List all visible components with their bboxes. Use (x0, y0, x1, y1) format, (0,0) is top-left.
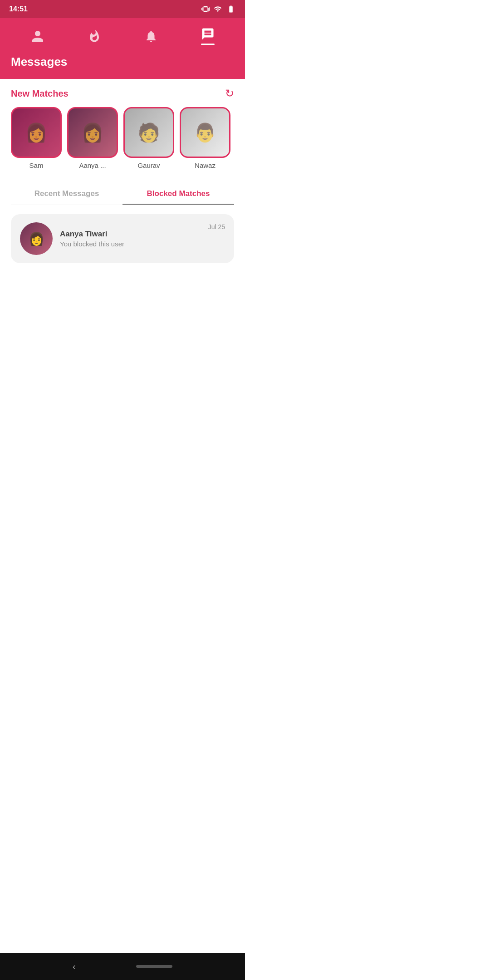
battery-icon (226, 5, 236, 13)
match-name-nawaz: Nawaz (195, 162, 216, 169)
nav-profile[interactable] (24, 27, 52, 46)
match-item-aanya[interactable]: 👩 Aanya ... (67, 107, 118, 169)
matches-row: 👩 Sam 👩 Aanya ... 🧑 Gaurav 👨 Nawaz (11, 107, 234, 169)
vibrate-icon (201, 5, 210, 13)
wifi-icon (213, 5, 222, 13)
nav-discover[interactable] (80, 27, 108, 46)
blocked-user-avatar: 👩 (20, 222, 53, 255)
blocked-user-name: Aanya Tiwari (60, 230, 201, 239)
nav-messages[interactable] (194, 24, 222, 48)
chat-nav-icon (201, 27, 215, 41)
match-avatar-gaurav: 🧑 (123, 107, 174, 158)
match-avatar-aanya: 👩 (67, 107, 118, 158)
main-content: New Matches ↻ 👩 Sam 👩 Aanya ... 🧑 Gaurav… (0, 79, 245, 272)
blocked-user-info: Aanya Tiwari You blocked this user (60, 230, 201, 248)
tab-blocked-matches[interactable]: Blocked Matches (122, 184, 234, 205)
header: Messages (0, 51, 245, 79)
nav-notifications[interactable] (137, 27, 165, 46)
nav-active-indicator (201, 44, 215, 45)
fire-nav-icon (88, 29, 101, 43)
match-name-aanya: Aanya ... (79, 162, 106, 169)
blocked-user-status: You blocked this user (60, 240, 201, 248)
blocked-match-card[interactable]: 👩 Aanya Tiwari You blocked this user Jul… (11, 214, 234, 263)
match-avatar-sam: 👩 (11, 107, 62, 158)
bell-nav-icon (144, 29, 158, 43)
status-time: 14:51 (9, 5, 28, 13)
match-name-sam: Sam (29, 162, 44, 169)
match-avatar-nawaz: 👨 (180, 107, 230, 158)
match-name-gaurav: Gaurav (137, 162, 160, 169)
status-icons (201, 5, 236, 13)
blocked-date: Jul 25 (208, 223, 225, 230)
status-bar: 14:51 (0, 0, 245, 18)
new-matches-header: New Matches ↻ (11, 88, 234, 99)
match-item-nawaz[interactable]: 👨 Nawaz (180, 107, 230, 169)
page-title: Messages (11, 55, 234, 69)
profile-nav-icon (31, 29, 44, 43)
top-nav (0, 18, 245, 51)
match-item-gaurav[interactable]: 🧑 Gaurav (123, 107, 174, 169)
tabs-row: Recent Messages Blocked Matches (11, 184, 234, 205)
tab-recent-messages[interactable]: Recent Messages (11, 184, 122, 205)
match-item-sam[interactable]: 👩 Sam (11, 107, 62, 169)
new-matches-title: New Matches (11, 88, 69, 99)
refresh-button[interactable]: ↻ (225, 88, 234, 99)
